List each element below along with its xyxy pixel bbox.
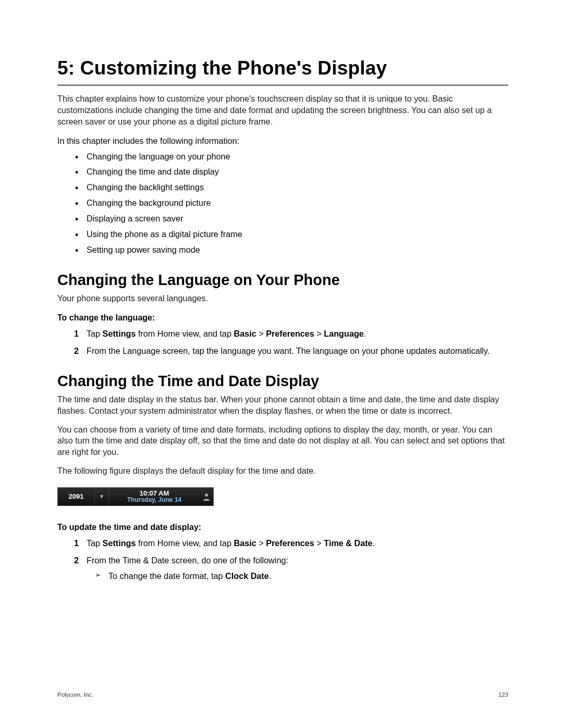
step-text: . — [269, 571, 272, 581]
intro-paragraph-2: In this chapter includes the following i… — [57, 136, 508, 146]
sub-steps: To change the date format, tap Clock Dat… — [87, 570, 508, 582]
step-text: from Home view, and tap — [136, 538, 234, 548]
svg-point-0 — [205, 493, 208, 497]
steps-timedate: Tap Settings from Home view, and tap Bas… — [57, 537, 508, 582]
procedure-label-language: To change the language: — [57, 313, 508, 323]
sub-step-item: To change the date format, tap Clock Dat… — [99, 570, 508, 582]
section1-paragraph: Your phone supports several languages. — [57, 293, 508, 304]
list-item: Changing the background picture — [87, 198, 508, 209]
section2-paragraph-3: The following figure displays the defaul… — [57, 465, 508, 477]
list-item: Using the phone as a digital picture fra… — [87, 229, 508, 240]
ui-language: Language — [324, 329, 363, 338]
section-heading-language: Changing the Language on Your Phone — [57, 272, 508, 289]
status-extension: 2091 — [58, 488, 95, 505]
section-heading-timedate: Changing the Time and Date Display — [57, 373, 508, 390]
step-text: from Home view, and tap — [136, 329, 234, 338]
procedure-label-timedate: To update the time and date display: — [57, 523, 508, 532]
breadcrumb-sep: > — [314, 329, 324, 338]
step-text: Tap — [87, 538, 103, 548]
list-item: Setting up power saving mode — [87, 244, 508, 256]
ui-basic: Basic — [234, 538, 256, 548]
page-footer: Polycom, Inc. 123 — [57, 692, 508, 698]
steps-language: Tap Settings from Home view, and tap Bas… — [57, 328, 508, 356]
breadcrumb-sep: > — [314, 538, 324, 548]
step-item: Tap Settings from Home view, and tap Bas… — [79, 537, 508, 549]
chevron-down-icon: ▼ — [95, 488, 109, 505]
step-text: Tap — [87, 329, 103, 338]
footer-page-number: 123 — [498, 692, 508, 698]
ui-preferences: Preferences — [266, 538, 314, 548]
phone-status-bar-figure: 2091 ▼ 10:07 AM Thursday, June 14 — [57, 487, 214, 506]
topic-list: Changing the language on your phone Chan… — [57, 151, 508, 256]
ui-settings: Settings — [103, 538, 136, 548]
status-date: Thursday, June 14 — [127, 497, 181, 503]
list-item: Changing the language on your phone — [87, 151, 508, 163]
step-item: Tap Settings from Home view, and tap Bas… — [79, 328, 508, 340]
step-item: From the Time & Date screen, do one of t… — [79, 554, 508, 582]
list-item: Changing the backlight settings — [87, 182, 508, 193]
step-item: From the Language screen, tap the langua… — [79, 345, 508, 357]
intro-paragraph-1: This chapter explains how to customize y… — [57, 93, 508, 128]
step-text: To change the date format, tap — [108, 571, 225, 581]
step-text: . — [364, 329, 366, 338]
section2-paragraph-1: The time and date display in the status … — [57, 394, 508, 417]
ui-time-date: Time & Date — [324, 538, 372, 548]
avatar-icon — [200, 488, 213, 505]
step-text: . — [373, 538, 375, 548]
breadcrumb-sep: > — [256, 329, 266, 338]
status-clock: 10:07 AM Thursday, June 14 — [109, 488, 200, 505]
ui-basic: Basic — [234, 329, 256, 338]
section2-paragraph-2: You can choose from a variety of time an… — [57, 424, 508, 459]
ui-clock-date: Clock Date — [225, 571, 269, 581]
ui-settings: Settings — [103, 329, 136, 338]
footer-company: Polycom, Inc. — [57, 692, 93, 698]
step-text: From the Time & Date screen, do one of t… — [87, 556, 288, 565]
status-time: 10:07 AM — [140, 490, 169, 497]
ui-preferences: Preferences — [266, 329, 314, 338]
list-item: Displaying a screen saver — [87, 213, 508, 225]
breadcrumb-sep: > — [256, 538, 266, 548]
chapter-title: 5: Customizing the Phone's Display — [57, 57, 508, 86]
list-item: Changing the time and date display — [87, 166, 508, 178]
document-page: 5: Customizing the Phone's Display This … — [0, 0, 563, 728]
